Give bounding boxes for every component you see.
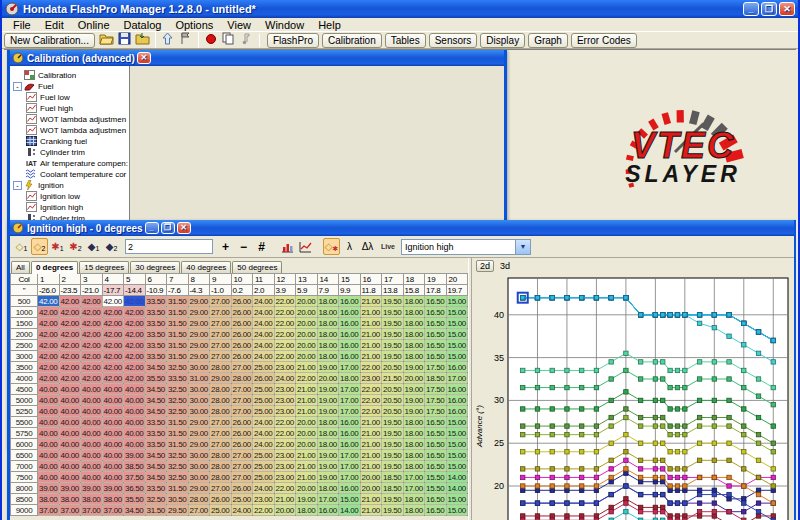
rpm-header[interactable]: 4500 (11, 384, 38, 395)
menu-datalog[interactable]: Datalog (117, 19, 169, 31)
ignition-cell[interactable]: 38.00 (38, 494, 60, 505)
ignition-cell[interactable]: 40.00 (124, 395, 146, 406)
bar-chart-icon[interactable] (279, 238, 296, 255)
tree-item-fuel-high[interactable]: Fuel high (10, 103, 129, 113)
ignition-cell[interactable]: 17.00 (339, 362, 361, 373)
ignition-cell[interactable]: 42.00 (81, 329, 103, 340)
rpm-header[interactable]: 4000 (11, 373, 38, 384)
ignition-cell[interactable]: 26.00 (231, 351, 253, 362)
col-header[interactable]: 3 (81, 274, 103, 285)
col-header[interactable]: 14 (317, 274, 339, 285)
ignition-cell[interactable]: 16.00 (446, 406, 468, 417)
ignition-cell[interactable]: 28.00 (210, 450, 232, 461)
load-header[interactable]: -7.6 (167, 285, 189, 296)
ignition-cell[interactable]: 15.00 (446, 340, 468, 351)
ignition-cell[interactable]: 40.00 (102, 417, 124, 428)
ignition-cell[interactable]: 19.50 (382, 439, 404, 450)
ignition-cell[interactable]: 29.00 (188, 351, 210, 362)
ignition-cell[interactable]: 22.00 (360, 395, 382, 406)
ignition-cell[interactable]: 18.00 (317, 296, 339, 307)
col-header[interactable]: 12 (274, 274, 296, 285)
ignition-cell[interactable]: 23.00 (274, 362, 296, 373)
ignition-cell[interactable]: 19.00 (403, 406, 425, 417)
ignition-cell[interactable]: 29.00 (188, 329, 210, 340)
ignition-cell[interactable]: 27.00 (210, 483, 232, 494)
ignition-cell[interactable]: 16.00 (339, 318, 361, 329)
ignition-cell[interactable]: 42.00 (124, 296, 146, 307)
ignition-cell[interactable]: 14.00 (446, 472, 468, 483)
ignition-cell[interactable]: 31.50 (167, 340, 189, 351)
ignition-cell[interactable]: 18.00 (317, 483, 339, 494)
ignition-cell[interactable]: 42.00 (81, 296, 103, 307)
ignition-cell[interactable]: 20.00 (296, 351, 318, 362)
ignition-cell[interactable]: 22.00 (360, 406, 382, 417)
ignition-cell[interactable]: 42.00 (124, 373, 146, 384)
calibration-titlebar[interactable]: Calibration (advanced) ✕ (10, 50, 504, 66)
rpm-header[interactable]: 1000 (11, 307, 38, 318)
ignition-cell[interactable]: 38.00 (59, 494, 81, 505)
ignition-cell[interactable]: 21.00 (360, 494, 382, 505)
ignition-cell[interactable]: 33.50 (145, 318, 167, 329)
ignition-cell[interactable]: 16.50 (425, 296, 447, 307)
ignition-cell[interactable]: 42.00 (102, 318, 124, 329)
ignition-cell[interactable]: 42.00 (59, 307, 81, 318)
ignition-cell[interactable]: 42.00 (102, 351, 124, 362)
op-button-#[interactable]: # (253, 238, 270, 255)
ignition-cell[interactable]: 27.00 (210, 307, 232, 318)
ignition-cell[interactable]: 31.50 (167, 318, 189, 329)
ignition-cell[interactable]: 29.00 (188, 428, 210, 439)
nav-button-calibration[interactable]: Calibration (322, 33, 382, 48)
ignition-cell[interactable]: 33.50 (145, 351, 167, 362)
rpm-header[interactable]: 6000 (11, 439, 38, 450)
ignition-cell[interactable]: 24.00 (253, 483, 275, 494)
ignition-cell[interactable]: 20.00 (296, 329, 318, 340)
ignition-cell[interactable]: 26.00 (231, 340, 253, 351)
ignition-cell[interactable]: 25.00 (253, 472, 275, 483)
ignition-cell[interactable]: 27.00 (210, 351, 232, 362)
rpm-header[interactable]: 8500 (11, 494, 38, 505)
ignition-cell[interactable]: 20.00 (296, 439, 318, 450)
ignition-cell[interactable]: 29.00 (188, 483, 210, 494)
ignition-cell[interactable]: 20.00 (296, 483, 318, 494)
ignition-cell[interactable]: 27.00 (231, 450, 253, 461)
ignition-cell[interactable]: 34.50 (145, 384, 167, 395)
tab-30-degrees[interactable]: 30 degrees (130, 261, 180, 273)
ignition-cell[interactable]: 42.00 (59, 340, 81, 351)
ignition-cell[interactable]: 40.00 (81, 384, 103, 395)
ignition-cell[interactable]: 42.00 (38, 373, 60, 384)
tool-diamond-2[interactable]: ◇2 (31, 238, 48, 255)
ignition-cell[interactable]: 21.00 (360, 307, 382, 318)
ignition-cell[interactable]: 39.00 (102, 483, 124, 494)
ignition-cell[interactable]: 26.00 (231, 483, 253, 494)
load-header[interactable]: -4.3 (188, 285, 210, 296)
ignition-cell[interactable]: 40.00 (38, 461, 60, 472)
ignition-cell[interactable]: 21.00 (360, 461, 382, 472)
ignition-cell[interactable]: 19.50 (382, 505, 404, 516)
load-header[interactable]: 9.9 (339, 285, 361, 296)
ignition-cell[interactable]: 18.00 (317, 340, 339, 351)
ignition-cell[interactable]: 30.00 (188, 472, 210, 483)
ignition-cell[interactable]: 33.50 (145, 417, 167, 428)
ignition-cell[interactable]: 21.00 (360, 428, 382, 439)
ignition-cell[interactable]: 31.50 (167, 483, 189, 494)
menu-options[interactable]: Options (168, 19, 220, 31)
ignition-cell[interactable]: 22.00 (274, 439, 296, 450)
ignition-cell[interactable]: 42.00 (38, 329, 60, 340)
ignition-cell[interactable]: 40.00 (124, 384, 146, 395)
ignition-cell[interactable]: 31.50 (167, 296, 189, 307)
ignition-cell[interactable]: 30.00 (188, 406, 210, 417)
ignition-close-button[interactable]: ✕ (177, 222, 191, 234)
ignition-cell[interactable]: 27.00 (231, 461, 253, 472)
ignition-cell[interactable]: 19.00 (317, 472, 339, 483)
tab-15-degrees[interactable]: 15 degrees (79, 261, 129, 273)
ignition-cell[interactable]: 24.00 (231, 505, 253, 516)
ignition-cell[interactable]: 19.00 (296, 494, 318, 505)
col-header[interactable]: 8 (188, 274, 210, 285)
ignition-cell[interactable]: 15.00 (446, 296, 468, 307)
menu-file[interactable]: File (6, 19, 38, 31)
ignition-cell[interactable]: 40.00 (81, 417, 103, 428)
ignition-cell[interactable]: 20.00 (360, 472, 382, 483)
ignition-cell[interactable]: 19.00 (317, 362, 339, 373)
tree-expander[interactable]: - (13, 181, 22, 190)
ignition-cell[interactable]: 32.50 (167, 384, 189, 395)
